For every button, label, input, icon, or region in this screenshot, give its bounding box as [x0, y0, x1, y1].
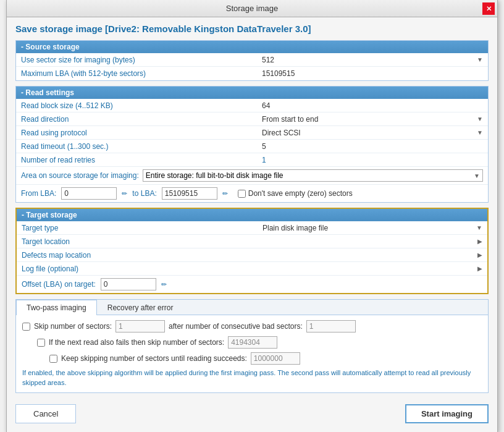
close-button[interactable]: ✕ — [482, 2, 495, 15]
read-settings-section: - Read settings Read block size (4..512 … — [15, 86, 489, 203]
offset-edit-icon[interactable]: ✏ — [161, 281, 167, 289]
page-title: Save storage image [Drive2: Removable Ki… — [15, 23, 489, 34]
table-row: Read using protocol Direct SCSI ▼ — [16, 126, 488, 140]
read-direction-label: Read direction — [16, 113, 257, 125]
block-size-value: 64 — [257, 100, 488, 112]
read-timeout-label: Read timeout (1..300 sec.) — [16, 140, 257, 153]
lba-row: From LBA: ✏ to LBA: ✏ Don't save empty (… — [16, 185, 488, 202]
cancel-button[interactable]: Cancel — [15, 404, 76, 423]
title-bar: Storage image ✕ — [7, 0, 497, 17]
target-storage-section: - Target storage Target type Plain disk … — [15, 208, 489, 294]
zero-sectors-checkbox[interactable] — [238, 190, 246, 198]
target-type-dropdown[interactable]: ▼ — [476, 224, 482, 231]
next-read-row: If the next read also fails then skip nu… — [37, 336, 482, 349]
table-row: Defects map location ▶ — [17, 248, 487, 262]
source-storage-title: - Source storage — [21, 43, 80, 51]
source-storage-section: - Source storage Use sector size for ima… — [15, 40, 489, 81]
target-storage-header: - Target storage — [17, 209, 487, 221]
skip-row: Skip number of sectors: after number of … — [22, 320, 482, 332]
table-row: Log file (optional) ▶ — [17, 262, 487, 276]
after-sectors-input[interactable] — [306, 320, 356, 332]
tab-recovery[interactable]: Recovery after error — [97, 300, 184, 315]
area-label: Area on source storage for imaging: — [21, 171, 139, 180]
source-storage-body: Use sector size for imaging (bytes) 512 … — [16, 53, 488, 80]
area-dropdown-arrow: ▼ — [474, 172, 480, 179]
keep-skipping-checkbox[interactable] — [49, 355, 57, 363]
from-lba-label: From LBA: — [21, 189, 56, 198]
target-location-chevron[interactable]: ▶ — [477, 238, 482, 245]
tab-two-pass[interactable]: Two-pass imaging — [16, 300, 97, 315]
tabs-container: Two-pass imaging Recovery after error Sk… — [15, 299, 489, 393]
log-file-chevron[interactable]: ▶ — [477, 265, 482, 272]
table-row: Read direction From start to end ▼ — [16, 112, 488, 126]
defects-map-value: ▶ — [258, 250, 487, 260]
window-title: Storage image — [226, 4, 279, 13]
area-select[interactable]: Entire storage: full bit-to-bit disk ima… — [143, 169, 483, 182]
read-timeout-value: 5 — [257, 140, 488, 153]
keep-skipping-label: Keep skipping number of sectors until re… — [61, 354, 247, 363]
sector-size-label: Use sector size for imaging (bytes) — [16, 54, 257, 66]
table-row: Maximum LBA (with 512-byte sectors) 1510… — [16, 67, 488, 80]
max-lba-value: 15109515 — [257, 67, 488, 80]
read-settings-header: - Read settings — [16, 87, 488, 99]
read-direction-dropdown[interactable]: ▼ — [477, 116, 483, 122]
sector-size-value: 512 ▼ — [257, 54, 488, 66]
read-protocol-dropdown[interactable]: ▼ — [477, 129, 483, 136]
offset-row: Offset (LBA) on target: ✏ — [17, 276, 487, 293]
read-direction-value: From start to end ▼ — [257, 113, 488, 125]
table-row: Target type Plain disk image file ▼ — [17, 221, 487, 235]
keep-skipping-row: Keep skipping number of sectors until re… — [49, 352, 482, 365]
main-window: Storage image ✕ Save storage image [Driv… — [6, 0, 498, 432]
read-retries-label: Number of read retries — [16, 154, 257, 166]
target-location-value: ▶ — [258, 236, 487, 247]
defects-map-label: Defects map location — [17, 249, 258, 261]
next-read-input[interactable] — [228, 336, 277, 349]
read-protocol-label: Read using protocol — [16, 127, 257, 139]
from-lba-input[interactable] — [61, 187, 117, 200]
skip-sectors-input[interactable] — [116, 320, 165, 332]
next-read-label: If the next read also fails then skip nu… — [49, 338, 224, 347]
sector-size-dropdown[interactable]: ▼ — [477, 56, 483, 63]
block-size-label: Read block size (4..512 KB) — [16, 100, 257, 112]
tabs-body: Skip number of sectors: after number of … — [16, 315, 488, 392]
max-lba-label: Maximum LBA (with 512-byte sectors) — [16, 67, 257, 80]
offset-input[interactable] — [101, 278, 156, 290]
window-body: Save storage image [Drive2: Removable Ki… — [7, 17, 497, 432]
next-read-checkbox[interactable] — [37, 339, 45, 347]
read-settings-body: Read block size (4..512 KB) 64 Read dire… — [16, 99, 488, 202]
keep-skipping-input[interactable] — [251, 352, 300, 365]
to-lba-label: to LBA: — [132, 189, 156, 198]
table-row: Use sector size for imaging (bytes) 512 … — [16, 53, 488, 67]
read-protocol-value: Direct SCSI ▼ — [257, 127, 488, 139]
footer: Cancel Start imaging — [15, 398, 489, 426]
skip-sectors-label: Skip number of sectors: — [34, 322, 112, 331]
skip-sectors-checkbox[interactable] — [22, 323, 30, 331]
table-row: Read timeout (1..300 sec.) 5 — [16, 140, 488, 153]
target-storage-title: - Target storage — [22, 211, 77, 219]
to-lba-edit-icon[interactable]: ✏ — [222, 190, 228, 198]
start-imaging-button[interactable]: Start imaging — [405, 404, 489, 423]
source-storage-header: - Source storage — [16, 41, 488, 53]
area-row: Area on source storage for imaging: Enti… — [16, 167, 488, 185]
from-lba-edit-icon[interactable]: ✏ — [122, 190, 127, 198]
target-type-label: Target type — [17, 222, 258, 234]
target-storage-body: Target type Plain disk image file ▼ Targ… — [17, 221, 487, 293]
table-row: Number of read retries 1 — [16, 153, 488, 167]
table-row: Read block size (4..512 KB) 64 — [16, 99, 488, 112]
read-settings-title: - Read settings — [21, 88, 74, 97]
defects-map-chevron[interactable]: ▶ — [477, 252, 482, 258]
after-label: after number of consecutive bad sectors: — [169, 322, 303, 331]
log-file-label: Log file (optional) — [17, 263, 258, 275]
offset-label: Offset (LBA) on target: — [22, 280, 96, 289]
target-type-value: Plain disk image file ▼ — [258, 222, 487, 234]
table-row: Target location ▶ — [17, 235, 487, 248]
read-retries-value: 1 — [257, 154, 488, 166]
target-location-label: Target location — [17, 235, 258, 248]
tabs-header: Two-pass imaging Recovery after error — [16, 300, 488, 315]
to-lba-input[interactable] — [162, 187, 217, 200]
log-file-value: ▶ — [258, 263, 487, 274]
zero-sectors-checkbox-label: Don't save empty (zero) sectors — [238, 189, 353, 198]
info-text: If enabled, the above skipping algorithm… — [22, 368, 482, 388]
